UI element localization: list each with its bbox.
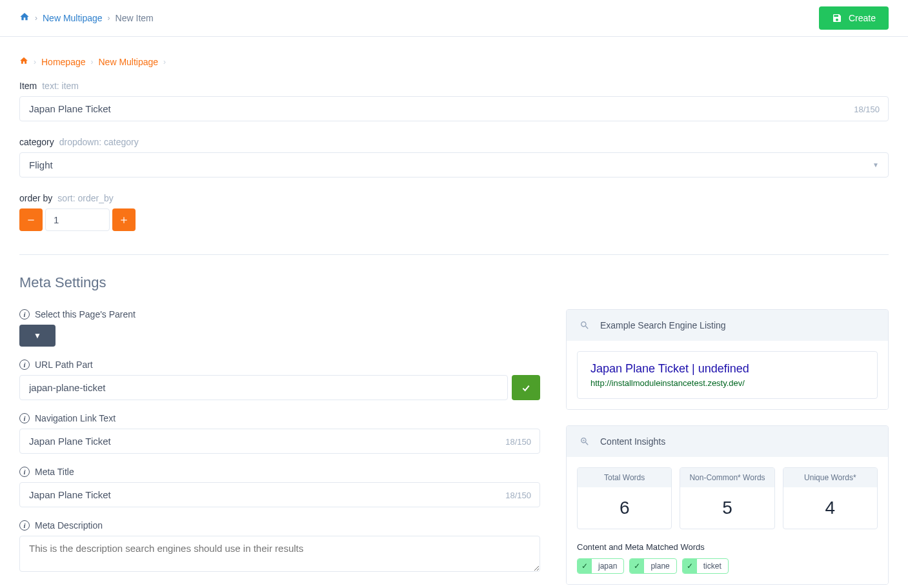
search-icon — [580, 320, 590, 330]
parent-select-dropdown[interactable]: ▼ — [19, 325, 55, 347]
create-button[interactable]: Create — [819, 6, 889, 30]
chevron-right-icon: › — [91, 57, 94, 66]
url-confirm-button[interactable] — [512, 375, 540, 400]
breadcrumb-homepage[interactable]: Homepage — [41, 57, 86, 67]
decrement-button[interactable] — [19, 208, 43, 231]
chevron-right-icon: › — [34, 57, 36, 66]
noncommon-words-card: Non-Common* Words 5 — [680, 467, 774, 529]
check-icon: ✓ — [630, 559, 644, 573]
tag-japan: ✓ japan — [577, 558, 624, 574]
meta-title-input[interactable] — [19, 482, 540, 507]
nav-link-label: i Navigation Link Text — [19, 413, 540, 423]
svg-rect-2 — [123, 217, 124, 223]
insights-header-label: Content Insights — [600, 436, 665, 447]
check-icon — [521, 383, 531, 393]
url-path-label: i URL Path Part — [19, 360, 540, 370]
serp-title: Japan Plane Ticket | undefined — [590, 362, 864, 376]
info-icon: i — [19, 467, 30, 477]
parent-label: i Select this Page's Parent — [19, 309, 540, 319]
category-label: category dropdown: category — [19, 137, 889, 147]
meta-title-label: i Meta Title — [19, 467, 540, 477]
info-icon: i — [19, 360, 30, 370]
check-icon: ✓ — [578, 559, 592, 573]
meta-settings-title: Meta Settings — [19, 274, 889, 291]
nav-link-input[interactable] — [19, 429, 540, 454]
svg-rect-0 — [28, 219, 34, 220]
breadcrumb-top: › New Multipage › New Item — [19, 12, 154, 25]
serp-header-label: Example Search Engine Listing — [600, 320, 726, 330]
plus-icon — [119, 216, 128, 225]
matched-tags: ✓ japan ✓ plane ✓ ticket — [577, 558, 878, 574]
meta-desc-input[interactable] — [19, 536, 540, 572]
home-icon[interactable] — [19, 12, 30, 25]
serp-url: http://installmoduleinstancetest.zesty.d… — [590, 378, 864, 388]
chevron-right-icon: › — [163, 57, 166, 66]
chevron-right-icon: › — [35, 14, 37, 23]
breadcrumb-new-multipage[interactable]: New Multipage — [43, 13, 103, 23]
home-icon[interactable] — [19, 56, 28, 68]
unique-words-card: Unique Words* 4 — [783, 467, 878, 529]
item-label: Item text: item — [19, 81, 889, 91]
order-by-label: order by sort: order_by — [19, 193, 889, 203]
serp-panel: Example Search Engine Listing Japan Plan… — [566, 309, 889, 410]
info-icon: i — [19, 309, 30, 319]
url-path-input[interactable] — [19, 375, 508, 400]
create-button-label: Create — [849, 13, 876, 23]
zoom-in-icon — [580, 436, 590, 447]
tag-ticket: ✓ ticket — [682, 558, 729, 574]
matched-words-label: Content and Meta Matched Words — [577, 542, 878, 552]
category-dropdown[interactable]: Flight ▼ — [19, 152, 889, 177]
caret-down-icon: ▼ — [873, 161, 879, 168]
item-input[interactable] — [19, 96, 889, 121]
caret-down-icon: ▼ — [34, 331, 41, 340]
nav-link-char-count: 18/150 — [505, 436, 531, 446]
item-char-count: 18/150 — [854, 104, 880, 114]
breadcrumb-new-multipage-2[interactable]: New Multipage — [99, 57, 159, 67]
minus-icon — [26, 216, 35, 225]
info-icon: i — [19, 413, 30, 423]
breadcrumb-secondary: › Homepage › New Multipage › — [19, 56, 889, 68]
total-words-card: Total Words 6 — [577, 467, 672, 529]
insights-panel: Content Insights Total Words 6 Non-Commo… — [566, 425, 889, 585]
chevron-right-icon: › — [108, 14, 110, 23]
breadcrumb-new-item: New Item — [116, 13, 154, 23]
category-value: Flight — [29, 159, 53, 170]
increment-button[interactable] — [112, 208, 136, 231]
info-icon: i — [19, 520, 30, 531]
tag-plane: ✓ plane — [629, 558, 676, 574]
meta-desc-label: i Meta Description — [19, 520, 540, 531]
save-icon — [832, 13, 842, 23]
order-by-value[interactable]: 1 — [45, 208, 110, 231]
meta-title-char-count: 18/150 — [505, 490, 531, 500]
check-icon: ✓ — [683, 559, 697, 573]
